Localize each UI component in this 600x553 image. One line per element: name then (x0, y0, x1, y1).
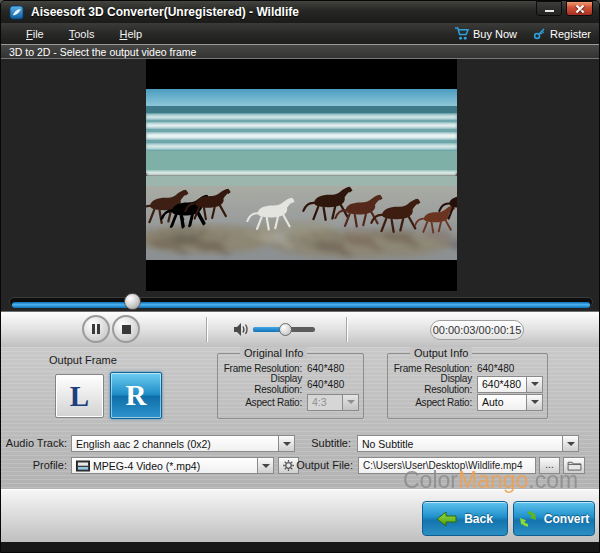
back-button[interactable]: Back (422, 501, 508, 536)
out-frame-resolution-value: 640*480 (477, 363, 514, 374)
subtitle-select[interactable]: No Subtitle (357, 435, 579, 452)
menu-tools[interactable]: Tools (69, 28, 95, 40)
register-label: Register (550, 28, 591, 40)
minimize-icon (545, 10, 554, 12)
out-aspect-ratio-select[interactable]: Auto (477, 394, 543, 411)
back-label: Back (464, 512, 493, 526)
right-frame-button[interactable]: R (110, 372, 162, 419)
divider (346, 317, 347, 342)
volume-slider[interactable] (253, 327, 315, 332)
preview-panel (1, 59, 599, 311)
mp4-film-icon (76, 460, 90, 472)
original-info-title: Original Info (240, 347, 307, 359)
green-convert-arrows-icon (519, 510, 537, 528)
out-aspect-ratio-label: Aspect Ratio: (392, 397, 472, 408)
menu-help[interactable]: Help (119, 28, 142, 40)
audio-track-label: Audio Track: (1, 437, 67, 449)
audio-track-select[interactable]: English aac 2 channels (0x2) (71, 435, 295, 452)
subtitle-label: Subtitle: (279, 437, 351, 449)
colormango-watermark: ColorMango.com (403, 467, 578, 494)
pause-button[interactable] (82, 315, 110, 343)
bottom-strip (1, 542, 599, 553)
convert-button[interactable]: Convert (513, 501, 595, 536)
video-frame-image (146, 89, 457, 260)
output-frame-label: Output Frame (49, 354, 117, 366)
seek-thumb[interactable] (124, 293, 141, 310)
volume-thumb[interactable] (279, 323, 292, 336)
speaker-icon (234, 323, 250, 336)
profile-select[interactable]: MPEG-4 Video (*.mp4) (71, 457, 274, 474)
out-display-resolution-label: Display Resolution: (392, 373, 472, 395)
divider (206, 317, 207, 342)
buy-now-button[interactable]: Buy Now (454, 27, 517, 40)
chevron-down-icon[interactable] (526, 377, 542, 392)
footer-bar: Back Convert (1, 489, 599, 542)
left-frame-button[interactable]: L (55, 374, 104, 418)
buy-now-label: Buy Now (473, 28, 517, 40)
status-bar: 3D to 2D - Select the output video frame (1, 44, 599, 59)
out-display-resolution-select[interactable]: 640*480 (477, 376, 543, 393)
close-button[interactable] (566, 1, 593, 16)
orig-aspect-ratio-select: 4:3 (307, 394, 359, 411)
output-info-group: Output Info Frame Resolution: 640*480 Di… (387, 353, 548, 419)
chevron-down-icon[interactable] (562, 436, 578, 451)
stop-button[interactable] (112, 315, 140, 343)
orig-display-resolution-label: Display Resolution: (222, 373, 302, 395)
chevron-down-icon[interactable] (526, 395, 542, 410)
chevron-down-icon[interactable] (257, 458, 273, 473)
output-info-title: Output Info (410, 347, 472, 359)
menubar: File Tools Help Buy Now Register (1, 23, 599, 44)
seek-fill (12, 302, 590, 308)
menu-file[interactable]: File (26, 28, 44, 40)
green-left-arrow-icon (437, 512, 457, 526)
orig-frame-resolution-value: 640*480 (307, 363, 344, 374)
original-info-group: Original Info Frame Resolution: 640*480 … (217, 353, 364, 419)
orig-aspect-ratio-label: Aspect Ratio: (222, 397, 302, 408)
profile-label: Profile: (1, 459, 67, 471)
minimize-button[interactable] (536, 1, 562, 16)
convert-label: Convert (544, 512, 589, 526)
cart-icon (454, 27, 469, 40)
app-icon (9, 5, 24, 20)
output-file-label: Output File: (279, 459, 353, 471)
orig-frame-resolution-label: Frame Resolution: (222, 363, 302, 374)
out-frame-resolution-label: Frame Resolution: (392, 363, 472, 374)
time-display: 00:00:03/00:00:15 (430, 320, 524, 340)
app-window: Aiseesoft 3D Converter(Unregistered) - W… (0, 0, 600, 553)
key-icon (533, 27, 546, 40)
seek-track[interactable] (9, 297, 593, 307)
orig-display-resolution-value: 640*480 (307, 379, 344, 390)
register-button[interactable]: Register (533, 27, 591, 40)
window-title: Aiseesoft 3D Converter(Unregistered) - W… (31, 5, 299, 19)
pause-icon (92, 324, 95, 334)
playback-controls: 00:00:03/00:00:15 (1, 311, 599, 347)
stop-icon (122, 325, 131, 334)
chevron-down-icon (342, 395, 358, 410)
video-display (146, 59, 457, 291)
titlebar: Aiseesoft 3D Converter(Unregistered) - W… (1, 1, 599, 23)
seek-bar[interactable] (9, 295, 593, 309)
